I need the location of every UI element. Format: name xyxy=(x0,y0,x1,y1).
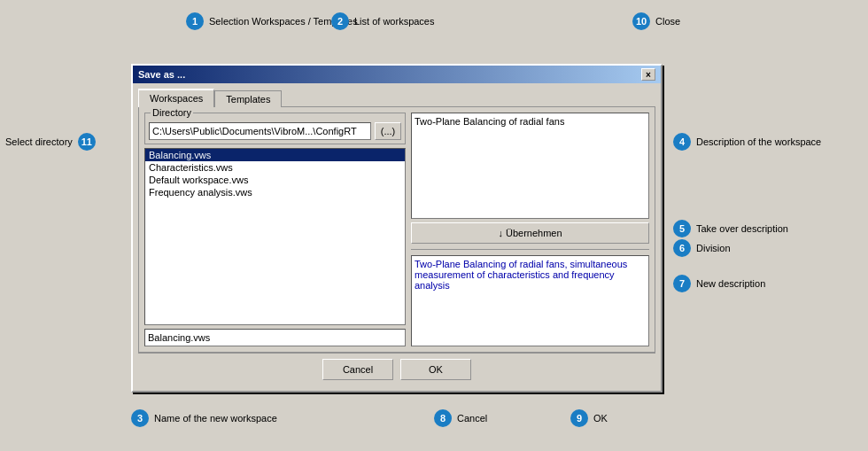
annotation-10: 10 Close xyxy=(632,12,680,30)
directory-row: C:\Users\Public\Documents\VibroM...\Conf… xyxy=(149,122,401,140)
annotation-6: 6 Division xyxy=(673,239,731,257)
annotation-3-label: Name of the new workspace xyxy=(154,413,277,424)
left-panel: Directory C:\Users\Public\Documents\Vibr… xyxy=(144,113,406,346)
annotation-8: 8 Cancel xyxy=(434,409,487,427)
close-button[interactable]: × xyxy=(641,68,655,81)
file-item-frequency[interactable]: Frequency analysis.vws xyxy=(145,186,405,198)
bubble-9: 9 xyxy=(570,409,588,427)
bubble-2: 2 xyxy=(331,12,349,30)
dialog-body: Workspaces Templates Directory C:\Users\… xyxy=(133,83,661,391)
right-panel: Two-Plane Balancing of radial fans ↓ Übe… xyxy=(411,113,649,346)
annotation-2-label: List of workspaces xyxy=(354,16,434,27)
tab-workspaces[interactable]: Workspaces xyxy=(138,89,214,107)
browse-button[interactable]: (...) xyxy=(375,122,401,140)
save-dialog: Save as ... × Workspaces Templates Direc… xyxy=(131,64,663,393)
bubble-8: 8 xyxy=(434,409,452,427)
annotation-9-label: OK xyxy=(593,413,608,424)
file-list[interactable]: Balancing.vws Characteristics.vws Defaul… xyxy=(144,148,406,325)
annotation-4-label: Description of the workspace xyxy=(696,136,821,147)
cancel-button[interactable]: Cancel xyxy=(322,359,393,380)
directory-path: C:\Users\Public\Documents\VibroM...\Conf… xyxy=(149,122,371,140)
ok-button[interactable]: OK xyxy=(400,359,471,380)
file-item-default[interactable]: Default workspace.vws xyxy=(145,174,405,186)
annotation-11-label: Select directory xyxy=(5,136,73,147)
bubble-1: 1 xyxy=(186,12,204,30)
annotation-4: 4 Description of the workspace xyxy=(673,133,821,151)
annotation-8-label: Cancel xyxy=(457,413,487,424)
annotation-9: 9 OK xyxy=(570,409,608,427)
new-description-box[interactable]: Two-Plane Balancing of radial fans, simu… xyxy=(411,255,649,346)
takeover-button[interactable]: ↓ Übernehmen xyxy=(411,222,649,244)
content-area: Directory C:\Users\Public\Documents\Vibr… xyxy=(138,106,655,353)
tab-templates[interactable]: Templates xyxy=(214,90,282,107)
bubble-5: 5 xyxy=(673,220,691,237)
bubble-11: 11 xyxy=(78,133,96,151)
directory-group: Directory C:\Users\Public\Documents\Vibr… xyxy=(144,113,406,144)
bubble-4: 4 xyxy=(673,133,691,151)
file-item-balancing[interactable]: Balancing.vws xyxy=(145,149,405,161)
annotation-6-label: Division xyxy=(696,243,731,253)
annotation-7-label: New description xyxy=(696,278,765,289)
annotation-10-label: Close xyxy=(655,16,680,27)
dialog-footer: Cancel OK xyxy=(138,353,655,385)
dialog-title: Save as ... xyxy=(138,69,185,80)
annotation-7: 7 New description xyxy=(673,275,765,292)
description-box[interactable]: Two-Plane Balancing of radial fans xyxy=(411,113,649,219)
annotation-3: 3 Name of the new workspace xyxy=(131,409,277,427)
bubble-7: 7 xyxy=(673,275,691,292)
annotation-5: 5 Take over description xyxy=(673,220,788,237)
tab-bar: Workspaces Templates xyxy=(138,89,655,107)
dialog-titlebar: Save as ... × xyxy=(133,66,661,83)
bubble-3: 3 xyxy=(131,409,149,427)
annotation-11: Select directory 11 xyxy=(5,133,96,151)
bubble-10: 10 xyxy=(632,12,650,30)
filename-input[interactable] xyxy=(144,329,406,346)
divider xyxy=(411,249,649,250)
annotation-5-label: Take over description xyxy=(696,223,788,234)
file-item-characteristics[interactable]: Characteristics.vws xyxy=(145,161,405,174)
directory-legend: Directory xyxy=(151,107,193,118)
bubble-6: 6 xyxy=(673,239,691,257)
annotation-2: 2 List of workspaces xyxy=(331,12,434,30)
